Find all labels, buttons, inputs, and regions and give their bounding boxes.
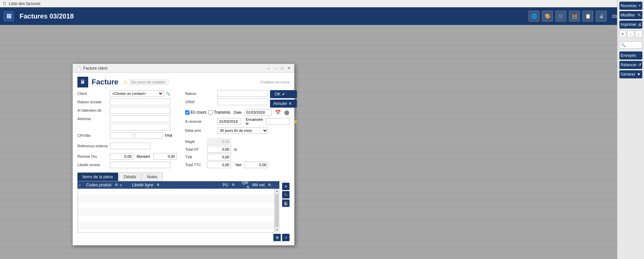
attention-label: A l'attention de [77,108,108,112]
edit-icon-2[interactable]: ✎ [284,199,288,206]
modal-arrows-btn[interactable]: ↔ [266,66,271,71]
search-icon-codes[interactable]: 🔍 [115,183,119,187]
bottom-table-buttons: ⊞ ⤢ [77,234,290,241]
envoyes-label: Envoyés [621,53,636,58]
encaissee-input[interactable] [266,118,290,125]
net-input[interactable] [244,161,268,168]
search-icon-mttnet[interactable]: 🔍 [268,183,272,187]
globe-toolbar-btn[interactable]: 🌐 [529,11,539,22]
imprimer-button[interactable]: Imprimer 🖨 [619,21,642,29]
expand-btn[interactable]: ⤢ [282,234,290,241]
remise-label: Remise (%) [77,154,108,158]
status-date-row: En cours Transmis Date 📅 ⬤ [185,109,290,116]
ville-input[interactable] [135,132,162,139]
doc-title: Facture [92,78,118,86]
table-row [78,216,274,222]
search-icon-pu[interactable]: 🔍 [232,183,236,187]
modal-minimize-btn[interactable]: – [273,66,278,71]
scroll-down-btn[interactable]: ▼ [275,228,279,232]
calendar-icon[interactable]: 📅 [275,110,281,115]
list-view-button[interactable]: ≡ [619,31,626,37]
delaipmt-row: Délai pmt 30 jours fin de mois [185,127,290,134]
transmis-label: Transmis [214,110,230,115]
nouveau-button[interactable]: Nouveau + [619,2,642,10]
montant-input[interactable] [153,153,177,160]
transmis-checkbox[interactable] [208,110,213,115]
nature-input[interactable] [217,90,268,97]
add-row-button[interactable]: + [282,183,290,190]
table-view-btn[interactable]: ⊞ [273,234,281,241]
totalttc-row: Total TTC Net [185,161,290,168]
client-select[interactable]: <Choisir un contact> [110,90,164,97]
lightning-icon[interactable]: ⚡ [293,119,298,124]
arecevoir-input[interactable] [217,118,241,125]
relancer-button[interactable]: Relancer ↺ [619,61,642,69]
modal-window-controls: ↔ – □ ✕ [266,66,292,71]
envoyes-button[interactable]: Envoyés [619,51,642,60]
totalttc-input[interactable] [207,161,231,168]
totalht-input[interactable] [207,146,231,153]
tab-details[interactable]: Détails [119,173,141,181]
tva-label: TVA [185,155,205,159]
raison-sociale-row: Raison sociale [77,99,181,105]
edit-icon-1[interactable]: ✎ [284,192,288,198]
cancel-label: Annuler [273,101,287,106]
down-button[interactable]: ↓ [635,31,642,37]
calc-toolbar-btn[interactable]: 🧮 [569,11,580,22]
palette-toolbar-btn[interactable]: 🎨 [542,11,553,22]
attention-input[interactable] [110,107,170,114]
col-qte: Qté 🔍 [237,180,250,190]
book-toolbar-btn[interactable]: 📋 [582,11,593,22]
status-warning-icon: ⚠ [124,80,128,85]
scroll-up-btn[interactable]: ▲ [275,189,279,193]
tab-notes[interactable]: Notes [142,173,162,181]
modal-overlay: 📄 Facture client ↔ – □ ✕ 🖩 Facture ⚠ [0,25,617,259]
regle-input [207,138,231,145]
status-dot: ⬤ [284,110,290,115]
ok-label: OK [275,92,280,97]
en-cours-checkbox[interactable] [185,110,190,115]
table-body-wrapper: ▲ ▼ [77,189,279,232]
ok-button[interactable]: OK ✔ [270,90,297,98]
tab-items[interactable]: Items de la pièce [77,173,118,181]
print-toolbar-btn[interactable]: 🖨 [596,11,607,22]
creation-status: Création en cours [260,80,290,84]
modal-icon: 📄 [75,66,81,71]
generer-button[interactable]: Générer ▼ [619,70,642,78]
form-area: Client <Choisir un contact> 🔍 Raison soc… [77,90,290,170]
search-icon-libelle[interactable]: 🔍 [157,183,161,187]
sidebar-search-icon[interactable]: 🔍 [621,43,626,47]
adresse-input2[interactable] [110,124,170,131]
table-scrollbar[interactable]: ▲ ▼ [275,189,279,232]
ref-externe-input[interactable] [110,143,150,149]
adresse-input[interactable] [110,115,170,122]
cp-input[interactable] [110,132,133,139]
form-left-col: Client <Choisir un contact> 🔍 Raison soc… [77,90,181,170]
raison-sociale-input[interactable] [110,99,170,105]
delaipmt-select[interactable]: 30 jours fin de mois [217,127,268,134]
tva-row: TVA [185,154,290,160]
totalht-label: Total HT [185,147,205,151]
modifier-pencil-icon: ✎ [638,13,641,17]
table-section: ≡ Codes produit 🔍 ≡ Libellé ligne 🔍 [77,181,290,232]
cpville-label: CP/Ville [77,134,108,138]
right-sidebar: Nouveau + Modifier ✎ Imprimer 🖨 ≡ ↑ ↓ 🔍 … [617,0,644,259]
modal-maximize-btn[interactable]: □ [279,66,285,71]
remise-input[interactable] [110,153,133,160]
sidebar-search-bar: 🔍 [619,41,642,49]
filter-icon-codes[interactable]: ≡ [120,183,122,187]
tva-input[interactable] [207,154,231,160]
totalht-action-icon[interactable]: ⊕ [234,147,237,152]
modal-close-btn[interactable]: ✕ [286,66,292,71]
cart-toolbar-btn[interactable]: 🛒 [555,11,566,22]
date-input[interactable] [245,109,272,116]
cancel-button[interactable]: Annuler ✕ [270,100,297,108]
facture-icon: 🖩 [77,77,88,87]
scroll-thumb[interactable] [275,194,279,227]
imprimer-label: Imprimer [621,22,637,27]
modifier-button[interactable]: Modifier ✎ [619,11,642,19]
up-button[interactable]: ↑ [627,31,634,37]
libelle-remise-input[interactable] [110,161,170,168]
client-search-icon[interactable]: 🔍 [166,91,170,96]
vref-input[interactable] [217,99,268,105]
